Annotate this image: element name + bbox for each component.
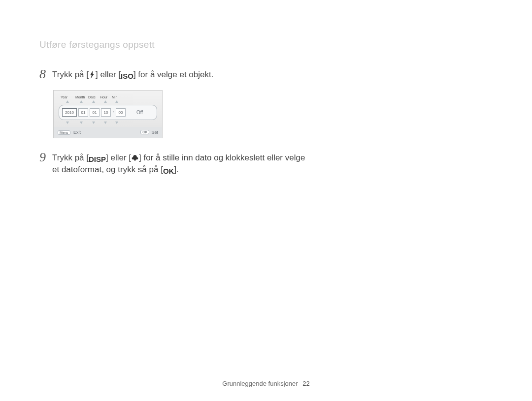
lcd-body: Year Month Date Hour Min 2010 01 01 10	[54, 91, 162, 127]
ok-pill: OK	[140, 130, 149, 134]
text: ] for å velge et objekt.	[133, 70, 214, 79]
footer-label: Grunnleggende funksjoner	[222, 380, 298, 387]
arrow-down-icon	[115, 122, 118, 124]
arrow-up-icon	[66, 100, 69, 103]
arrow-up-icon	[80, 100, 83, 103]
menu-pill: Menu	[58, 130, 70, 135]
text: ] eller [	[96, 70, 121, 79]
lcd-field-labels: Year Month Date Hour Min	[59, 95, 157, 99]
section-title: Utføre førstegangs oppsett	[39, 39, 493, 50]
lcd-fields: 2010 01 01 10 : 00	[62, 108, 126, 117]
arrow-up-icon	[115, 100, 118, 103]
arrow-up-icon	[92, 100, 95, 103]
step-number: 8	[39, 68, 52, 81]
macro-icon	[131, 154, 139, 162]
step-9: 9 Trykk på [DISP] eller [] for å stille …	[39, 151, 493, 176]
ok-label-icon: OK	[163, 167, 174, 176]
lcd-arrows-up	[59, 100, 157, 103]
disp-label-icon: DISP	[89, 155, 106, 164]
field-toggle: Off	[126, 110, 154, 115]
text: Trykk på [	[52, 153, 89, 162]
set-label: Set	[151, 130, 158, 135]
text: ].	[174, 165, 178, 174]
field-year: 2010	[62, 108, 77, 117]
step-8: 8 Trykk på [] eller [ISO] for å velge et…	[39, 68, 493, 81]
arrow-up-icon	[104, 100, 107, 103]
step-body: Trykk på [] eller [ISO] for å velge et o…	[52, 68, 213, 81]
lcd-footer-left: Menu Exit	[58, 130, 81, 135]
label-hour: Hour	[100, 95, 109, 99]
lcd-footer: Menu Exit OK Set	[54, 127, 162, 138]
page-number: 22	[302, 380, 309, 387]
lcd-footer-right: OK Set	[140, 130, 158, 135]
text: Trykk på [	[52, 70, 89, 79]
page-footer: Grunnleggende funksjoner 22	[0, 380, 532, 387]
flash-icon	[89, 70, 96, 79]
date-time-lcd: Year Month Date Hour Min 2010 01 01 10	[53, 90, 163, 138]
iso-label-icon: ISO	[121, 72, 133, 81]
field-date: 01	[90, 108, 100, 117]
arrow-down-icon	[104, 122, 107, 124]
exit-label: Exit	[73, 130, 81, 135]
step-number: 9	[39, 151, 52, 164]
field-colon: :	[112, 108, 114, 117]
svg-marker-0	[90, 71, 94, 79]
field-month: 01	[78, 108, 88, 117]
arrow-down-icon	[92, 122, 95, 124]
step-body: Trykk på [DISP] eller [] for å stille in…	[52, 151, 308, 176]
field-min: 00	[116, 108, 126, 117]
label-date: Date	[88, 95, 97, 99]
field-hour: 10	[101, 108, 111, 117]
arrow-down-icon	[66, 122, 69, 124]
arrow-down-icon	[80, 122, 83, 124]
lcd-value-box: 2010 01 01 10 : 00 Off	[59, 105, 157, 120]
manual-page: Utføre førstegangs oppsett 8 Trykk på []…	[0, 0, 532, 401]
label-year: Year	[61, 95, 72, 99]
label-min: Min	[112, 95, 120, 99]
label-month: Month	[75, 95, 85, 99]
text: ] eller [	[106, 153, 131, 162]
lcd-arrows-down	[59, 122, 157, 124]
